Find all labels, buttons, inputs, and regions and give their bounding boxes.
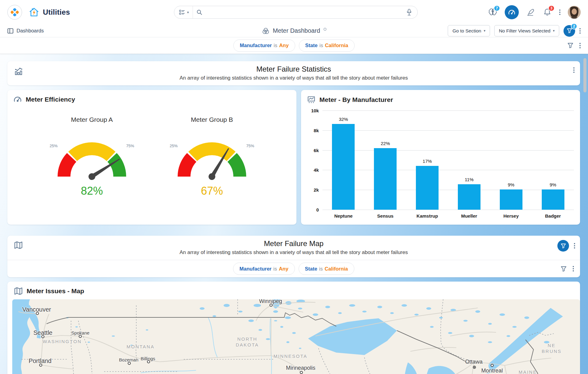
venn-diagram-icon bbox=[262, 27, 270, 35]
stats-section-card: Meter Failure Statistics An array of int… bbox=[7, 61, 580, 85]
app-identity: Utilities bbox=[29, 7, 70, 17]
map-city-label: Winnipeg bbox=[259, 299, 282, 304]
bar-value-label: 9% bbox=[550, 182, 556, 187]
map-city-label: Montreal bbox=[481, 368, 503, 374]
go-to-section-button[interactable]: Go to Section▾ bbox=[448, 25, 490, 36]
breadcrumb-dashboards[interactable]: Dashboards bbox=[7, 28, 44, 34]
map-city-label: Billings bbox=[141, 356, 155, 361]
bar-value-label: 32% bbox=[339, 117, 348, 122]
gauge-icon bbox=[13, 95, 22, 103]
meter-efficiency-card: Meter Efficiency Meter Group A 25% 75% 8… bbox=[7, 90, 296, 225]
funnel-icon bbox=[567, 28, 572, 33]
x-axis: NeptuneSensusKamstrupMuellerHerseyBadger bbox=[322, 213, 574, 219]
x-axis-label: Sensus bbox=[364, 213, 406, 219]
breadcrumb-label: Dashboards bbox=[17, 28, 44, 34]
page-scrollbar[interactable] bbox=[583, 58, 586, 92]
filter-pill[interactable]: ManufacturerisAny bbox=[233, 263, 295, 275]
map-region-label: MONTANA bbox=[126, 344, 154, 350]
bar-value-label: 22% bbox=[381, 141, 390, 146]
y-axis-tick: 2k bbox=[314, 187, 319, 193]
filter-pills: ManufacturerisAnyStateisCalifornia bbox=[233, 39, 355, 52]
voice-search-button[interactable] bbox=[405, 8, 414, 17]
y-axis-tick: 10k bbox=[311, 108, 319, 113]
bar-kamstrup[interactable]: 17% bbox=[416, 166, 439, 210]
gauge-tick-high: 75% bbox=[126, 144, 134, 148]
map-marker-minneapolis[interactable] bbox=[300, 371, 303, 374]
bar-neptune[interactable]: 32% bbox=[332, 124, 355, 210]
map-city-label: Seattle bbox=[33, 329, 52, 336]
map-section-card: Meter Failure Map An array of interestin… bbox=[7, 236, 580, 277]
funnel-icon[interactable] bbox=[567, 43, 573, 48]
card-title: Meter Issues - Map bbox=[27, 287, 84, 295]
toolbar-kebab-menu[interactable] bbox=[579, 28, 581, 34]
section-kebab-menu[interactable] bbox=[573, 67, 575, 73]
bar-hersey[interactable]: 9% bbox=[500, 189, 522, 210]
filter-pill[interactable]: ManufacturerisAny bbox=[233, 39, 295, 52]
map-icon bbox=[14, 287, 23, 295]
gauge-chart bbox=[49, 131, 135, 180]
app-launcher-button[interactable] bbox=[7, 5, 22, 20]
notifications-button[interactable]: 3 bbox=[543, 8, 552, 17]
section-title: Meter Failure Map bbox=[13, 239, 574, 248]
filter-pill[interactable]: StateisCalifornia bbox=[299, 263, 354, 275]
map-city-label: Portland bbox=[29, 357, 52, 365]
bar-badger[interactable]: 9% bbox=[542, 189, 564, 210]
map-city-label: Minneapolis bbox=[286, 365, 315, 371]
y-axis: 10k8k6k4k2k0 bbox=[307, 110, 322, 210]
bar-value-label: 9% bbox=[508, 182, 514, 187]
map-canvas[interactable]: Vancouver Seattle Spokane Portland Bozem… bbox=[12, 299, 580, 374]
ai-assistant-button[interactable]: 7 bbox=[488, 8, 497, 17]
dashboard-mode-button[interactable] bbox=[505, 5, 519, 19]
pinwheel-logo-icon bbox=[11, 8, 19, 16]
y-axis-tick: 0 bbox=[316, 207, 319, 212]
search-icon bbox=[197, 9, 202, 15]
map-city-label: Vancouver bbox=[22, 306, 51, 313]
page-title-group: Meter Dashboard bbox=[262, 27, 326, 35]
x-axis-label: Mueller bbox=[448, 213, 490, 219]
map-geography bbox=[12, 299, 580, 374]
dashboard-toolbar: Dashboards Meter Dashboard Go to Section… bbox=[0, 24, 588, 37]
plot-area: 32% 22% 17% 11% 9% 9% bbox=[322, 110, 574, 210]
bar-mueller[interactable]: 11% bbox=[458, 184, 481, 210]
global-search[interactable]: ▾ bbox=[174, 6, 418, 19]
x-axis-label: Kamstrup bbox=[406, 213, 448, 219]
header-kebab-menu[interactable] bbox=[559, 9, 560, 15]
y-axis-tick: 6k bbox=[314, 148, 319, 153]
bar-value-label: 17% bbox=[423, 159, 432, 164]
filter-pills-bar: ManufacturerisAnyStateisCalifornia bbox=[0, 37, 588, 54]
gauge: Meter Group A 25% 75% 82% bbox=[46, 116, 138, 197]
y-axis-tick: 8k bbox=[314, 128, 319, 133]
search-input[interactable] bbox=[202, 9, 405, 15]
app-header: Utilities ▾ bbox=[0, 0, 588, 24]
map-region-label: WISCONSIN bbox=[312, 373, 346, 374]
map-marker-bozeman[interactable] bbox=[128, 362, 131, 365]
funnel-icon[interactable] bbox=[561, 266, 567, 272]
map-filter-pills: ManufacturerisAnyStateisCalifornia bbox=[233, 263, 354, 275]
filter-count-badge: 2 bbox=[571, 23, 577, 29]
active-filters-button[interactable]: 2 bbox=[564, 25, 575, 37]
map-marker-ottawa[interactable] bbox=[473, 366, 476, 369]
map-filters-button[interactable] bbox=[557, 240, 569, 252]
map-section-kebab-menu[interactable] bbox=[574, 243, 575, 249]
info-icon[interactable] bbox=[323, 28, 326, 31]
map-city-label: Spokane bbox=[71, 330, 89, 335]
map-region-label: NORTHDAKOTA bbox=[236, 336, 259, 348]
gauge-title: Meter Group A bbox=[46, 116, 138, 123]
map-region-label: MAINE bbox=[518, 369, 537, 374]
chevron-down-icon: ▾ bbox=[187, 10, 189, 14]
search-scope-selector[interactable]: ▾ bbox=[174, 6, 193, 18]
dashboards-icon bbox=[7, 28, 13, 34]
user-avatar[interactable] bbox=[568, 6, 581, 19]
microphone-icon bbox=[407, 9, 412, 16]
section-title: Meter Failure Statistics bbox=[13, 65, 574, 73]
map-icon bbox=[14, 241, 23, 250]
filter-bar-kebab-menu[interactable] bbox=[579, 43, 581, 48]
signature-button[interactable] bbox=[526, 8, 535, 17]
bar-value-label: 11% bbox=[465, 177, 473, 182]
map-marker-montreal[interactable] bbox=[491, 364, 494, 367]
filter-pill[interactable]: StateisCalifornia bbox=[299, 39, 355, 52]
card-title: Meter Efficiency bbox=[26, 96, 75, 103]
bar-sensus[interactable]: 22% bbox=[374, 148, 397, 210]
map-pills-kebab-menu[interactable] bbox=[573, 266, 574, 271]
filter-views-dropdown[interactable]: No Filter Views Selected▾ bbox=[494, 25, 559, 36]
